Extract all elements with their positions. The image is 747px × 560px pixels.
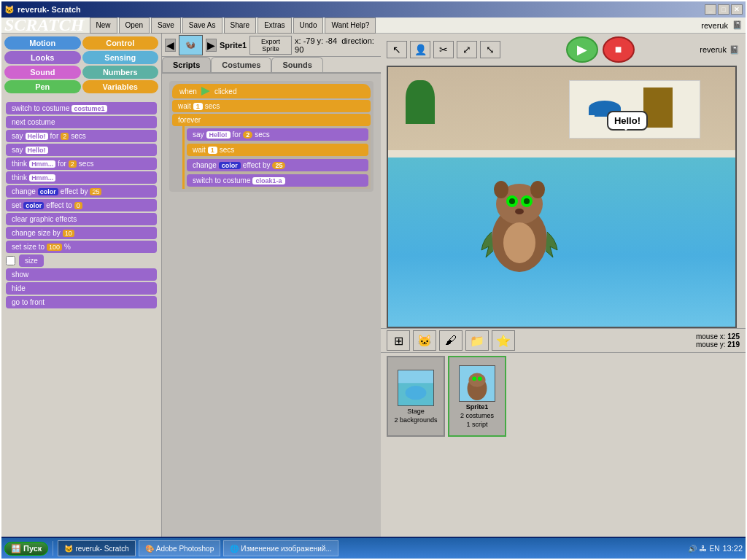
new-button[interactable]: New [90, 18, 117, 34]
stage-thumb-icon [398, 370, 434, 406]
main-content: Motion Control Looks Sensing Sound Numbe… [1, 34, 746, 537]
extras-button[interactable]: Extras [258, 18, 291, 34]
stage-label: Stage [407, 408, 425, 415]
block-wait-2[interactable]: wait 1 secs [187, 144, 368, 156]
cat-numbers[interactable]: Numbers [82, 66, 159, 79]
cat-variables[interactable]: Variables [82, 80, 159, 93]
block-clear-effects[interactable]: clear graphic effects [6, 213, 157, 225]
cursor-tool[interactable]: ↖ [387, 41, 407, 58]
export-sprite-button[interactable]: Export Sprite [249, 36, 292, 55]
sprite1-thumb[interactable]: Sprite1 2 costumes 1 script [448, 356, 506, 437]
block-go-to-front[interactable]: go to front [6, 296, 157, 308]
start-button[interactable]: 🪟 Пуск [4, 542, 48, 556]
block-forever-group: forever say Hello! for 2 secs wait 1 sec… [172, 114, 371, 189]
block-set-color[interactable]: set color effect to 0 [6, 199, 157, 211]
block-forever[interactable]: forever [172, 114, 371, 126]
green-flag-button[interactable]: ▶ [566, 36, 598, 63]
sprite-from-library[interactable]: 🐱 [413, 330, 436, 351]
cat-control[interactable]: Control [82, 36, 159, 50]
maximize-button[interactable]: □ [718, 4, 729, 15]
block-switch-costume[interactable]: switch to costume costume1 [6, 102, 157, 114]
block-size[interactable]: size [6, 254, 157, 267]
notebook-icon: 📓 [732, 20, 743, 30]
tab-scripts[interactable]: Scripts [162, 57, 211, 72]
paint-sprite-button[interactable]: 🖌 [439, 330, 462, 351]
block-change-color-effect[interactable]: change color effect by 25 [187, 159, 368, 171]
block-show[interactable]: show [6, 268, 157, 281]
tab-costumes[interactable]: Costumes [211, 57, 271, 72]
cat-sound[interactable]: Sound [4, 66, 81, 79]
taskbar-browser[interactable]: 🌐 Изменение изображений... [223, 540, 338, 556]
minimize-button[interactable]: _ [705, 4, 716, 15]
mouse-y-val: 219 [727, 341, 740, 349]
taskbar-photoshop-label: Adobe Photoshop [156, 545, 214, 553]
stage-thumb[interactable]: Stage 2 backgrounds [387, 356, 445, 437]
cat-motion[interactable]: Motion [4, 36, 81, 50]
stage-controls-bar: ↖ 👤 ✂ ⤢ ⤡ ▶ ■ reveruk 📓 [381, 34, 746, 66]
window-title: reveruk- Scratch [18, 5, 81, 14]
size-checkbox[interactable] [6, 256, 15, 265]
lang-indicator: EN [710, 545, 720, 553]
block-change-size[interactable]: change size by 10 [6, 227, 157, 239]
taskbar-photoshop[interactable]: 🎨 Adobe Photoshop [139, 540, 221, 556]
open-button[interactable]: Open [119, 18, 150, 34]
photoshop-icon: 🎨 [145, 545, 154, 553]
save-as-button[interactable]: Save As [182, 18, 222, 34]
scratch-logo: SCRATCH [4, 15, 84, 35]
upload-sprite-button[interactable]: ⭐ [492, 330, 515, 351]
mouse-x-label: mouse x: [696, 332, 726, 341]
user-info: reveruk 📓 [700, 45, 740, 55]
undo-button[interactable]: Undo [293, 18, 324, 34]
right-panel: ↖ 👤 ✂ ⤢ ⤡ ▶ ■ reveruk 📓 [381, 34, 746, 537]
close-button[interactable]: ✕ [731, 4, 743, 15]
block-next-costume[interactable]: next costume [6, 116, 157, 128]
prev-arrow[interactable]: ◀ [165, 39, 176, 52]
cat-sensing[interactable]: Sensing [82, 51, 159, 64]
sprite-info-bar: ◀ 🦦 ▶ Sprite1 Export Sprite x: -79 y: -8… [162, 34, 381, 57]
shrink-tool[interactable]: ⤡ [480, 41, 500, 58]
stop-button[interactable]: ■ [603, 36, 635, 63]
speech-bubble: Hello! [607, 111, 648, 131]
block-say-hello[interactable]: say Hello! for 2 secs [187, 128, 368, 141]
network-icon: 🖧 [700, 545, 707, 553]
windows-icon: 🪟 [11, 544, 21, 553]
sprite1-label: Sprite1 [466, 403, 489, 411]
cat-looks[interactable]: Looks [4, 51, 81, 64]
next-arrow[interactable]: ▶ [206, 39, 217, 52]
block-say[interactable]: say Hello! [6, 144, 157, 156]
script-group: when clicked wait 1 secs forever say Hel… [169, 81, 374, 192]
want-help-button[interactable]: Want Help? [325, 18, 376, 34]
middle-panel: ◀ 🦦 ▶ Sprite1 Export Sprite x: -79 y: -8… [162, 34, 381, 537]
person-tool[interactable]: 👤 [410, 41, 430, 58]
block-set-size[interactable]: set size to 100 % [6, 241, 157, 253]
cat-pen[interactable]: Pen [4, 80, 81, 93]
app-window: 🐱 reveruk- Scratch _ □ ✕ SCRATCH New Ope… [0, 0, 747, 560]
new-sprite-button[interactable]: ⊞ [387, 330, 410, 351]
svg-point-12 [406, 386, 427, 400]
svg-point-7 [524, 198, 530, 204]
block-change-color[interactable]: change color effect by 25 [6, 185, 157, 198]
block-think-for[interactable]: think Hmm... for 2 secs [6, 158, 157, 170]
taskbar-scratch[interactable]: 🐱 reveruk- Scratch [58, 540, 135, 556]
speaker-icon: 🔊 [688, 545, 697, 553]
browser-icon: 🌐 [230, 545, 239, 553]
tab-sounds[interactable]: Sounds [271, 57, 322, 72]
block-think[interactable]: think Hmm... [6, 171, 157, 184]
save-button[interactable]: Save [151, 18, 181, 34]
stage-backgrounds: 2 backgrounds [394, 416, 437, 424]
block-when-clicked[interactable]: when clicked [172, 84, 371, 98]
block-say-for[interactable]: say Hello! for 2 secs [6, 130, 157, 142]
username: reveruk [701, 21, 728, 30]
share-button[interactable]: Share [224, 18, 257, 34]
expand-tool[interactable]: ⤢ [457, 41, 477, 58]
block-switch-costume-script[interactable]: switch to costume cloak1-a [187, 174, 368, 187]
bg-tree [406, 80, 435, 124]
svg-point-15 [468, 373, 485, 386]
sprite-name: Sprite1 [220, 41, 247, 50]
sprite-tray: Stage 2 backgrounds Sprite1 [381, 352, 746, 440]
block-wait-1[interactable]: wait 1 secs [172, 100, 371, 112]
svg-point-2 [494, 181, 508, 198]
surprise-sprite-button[interactable]: 📁 [465, 330, 489, 351]
block-hide[interactable]: hide [6, 282, 157, 295]
scissors-tool[interactable]: ✂ [433, 41, 454, 58]
